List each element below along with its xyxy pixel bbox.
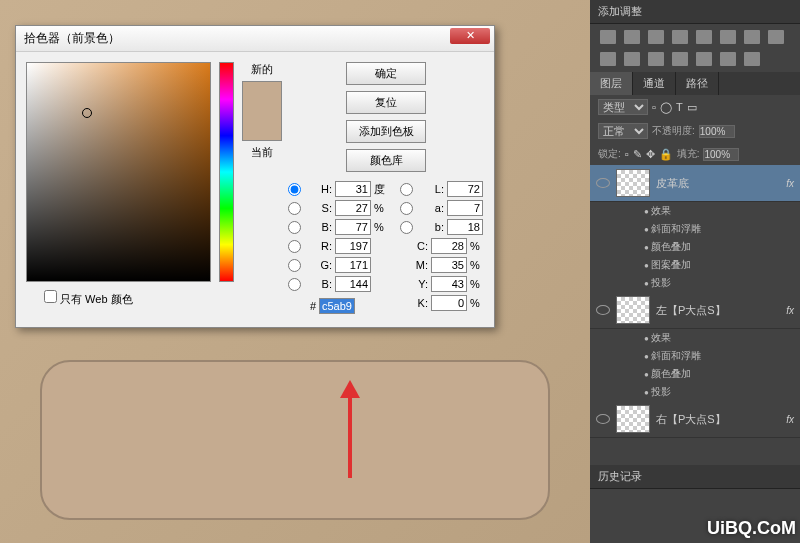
layer-thumbnail[interactable] bbox=[616, 296, 650, 324]
k-input[interactable] bbox=[431, 295, 467, 311]
color-library-button[interactable]: 颜色库 bbox=[346, 149, 426, 172]
hue-icon[interactable] bbox=[720, 30, 736, 44]
gradient-map-icon[interactable] bbox=[720, 52, 736, 66]
poster-icon[interactable] bbox=[672, 52, 688, 66]
current-label: 当前 bbox=[242, 145, 282, 160]
fx-badge[interactable]: fx bbox=[786, 414, 794, 425]
add-swatch-button[interactable]: 添加到色板 bbox=[346, 120, 426, 143]
hue-slider[interactable] bbox=[219, 62, 234, 282]
dialog-titlebar[interactable]: 拾色器（前景色） ✕ bbox=[16, 26, 494, 52]
visibility-icon[interactable] bbox=[596, 178, 610, 188]
ok-button[interactable]: 确定 bbox=[346, 62, 426, 85]
a-input[interactable] bbox=[447, 200, 483, 216]
bblue-input[interactable] bbox=[335, 276, 371, 292]
brightness-icon[interactable] bbox=[600, 30, 616, 44]
levels-icon[interactable] bbox=[624, 30, 640, 44]
color-field[interactable] bbox=[26, 62, 211, 282]
effect-item[interactable]: 斜面和浮雕 bbox=[590, 220, 800, 238]
right-panels: 添加调整 图层 通道 路径 类型 ▫ ◯ T ▭ 正常 不透明度: 锁定: ▫ bbox=[590, 0, 800, 543]
new-label: 新的 bbox=[242, 62, 282, 77]
bw-icon[interactable] bbox=[744, 30, 760, 44]
opacity-input[interactable] bbox=[699, 125, 735, 138]
lock-position-icon[interactable]: ✥ bbox=[646, 148, 655, 161]
effects-label[interactable]: 效果 bbox=[590, 202, 800, 220]
panel-tabs: 图层 通道 路径 bbox=[590, 72, 800, 95]
y-input[interactable] bbox=[431, 276, 467, 292]
close-button[interactable]: ✕ bbox=[450, 28, 490, 44]
tab-paths[interactable]: 路径 bbox=[676, 72, 719, 95]
reset-button[interactable]: 复位 bbox=[346, 91, 426, 114]
adjustments-header: 添加调整 bbox=[590, 0, 800, 24]
lookup-icon[interactable] bbox=[624, 52, 640, 66]
blend-mode-select[interactable]: 正常 bbox=[598, 123, 648, 139]
b-radio[interactable] bbox=[288, 221, 301, 234]
filter-icon[interactable]: T bbox=[676, 101, 683, 113]
lb-radio[interactable] bbox=[400, 221, 413, 234]
web-only-checkbox[interactable]: 只有 Web 颜色 bbox=[44, 290, 133, 307]
layer-thumbnail[interactable] bbox=[616, 169, 650, 197]
effect-item[interactable]: 颜色叠加 bbox=[590, 238, 800, 256]
dialog-title-text: 拾色器（前景色） bbox=[24, 31, 120, 45]
m-input[interactable] bbox=[431, 257, 467, 273]
lock-transparency-icon[interactable]: ▫ bbox=[625, 148, 629, 160]
lock-all-icon[interactable]: 🔒 bbox=[659, 148, 673, 161]
layer-name[interactable]: 皮革底 bbox=[656, 176, 780, 191]
effect-item[interactable]: 投影 bbox=[590, 383, 800, 401]
lb-input[interactable] bbox=[447, 219, 483, 235]
r-radio[interactable] bbox=[288, 240, 301, 253]
threshold-icon[interactable] bbox=[696, 52, 712, 66]
exposure-icon[interactable] bbox=[672, 30, 688, 44]
tab-channels[interactable]: 通道 bbox=[633, 72, 676, 95]
layer-thumbnail[interactable] bbox=[616, 405, 650, 433]
l-radio[interactable] bbox=[400, 183, 413, 196]
b-input[interactable] bbox=[335, 219, 371, 235]
effect-item[interactable]: 投影 bbox=[590, 274, 800, 292]
color-picker-dialog: 拾色器（前景色） ✕ 新的 当前 确定 复位 添加到色板 颜色库 H:度 S:%… bbox=[15, 25, 495, 328]
fx-badge[interactable]: fx bbox=[786, 178, 794, 189]
fx-badge[interactable]: fx bbox=[786, 305, 794, 316]
tab-layers[interactable]: 图层 bbox=[590, 72, 633, 95]
a-radio[interactable] bbox=[400, 202, 413, 215]
icon-rounded-shape bbox=[40, 360, 550, 520]
effect-item[interactable]: 斜面和浮雕 bbox=[590, 347, 800, 365]
layer-item[interactable]: 右【P大点S】 fx bbox=[590, 401, 800, 438]
bblue-radio[interactable] bbox=[288, 278, 301, 291]
c-input[interactable] bbox=[431, 238, 467, 254]
fill-input[interactable] bbox=[703, 148, 739, 161]
filter-icon[interactable]: ▭ bbox=[687, 101, 697, 114]
adjustments-icons bbox=[590, 24, 800, 72]
hex-input[interactable] bbox=[319, 298, 355, 314]
vibrance-icon[interactable] bbox=[696, 30, 712, 44]
filter-icon[interactable]: ▫ bbox=[652, 101, 656, 113]
curves-icon[interactable] bbox=[648, 30, 664, 44]
lock-label: 锁定: bbox=[598, 147, 621, 161]
layer-name[interactable]: 右【P大点S】 bbox=[656, 412, 780, 427]
s-radio[interactable] bbox=[288, 202, 301, 215]
effects-label[interactable]: 效果 bbox=[590, 329, 800, 347]
annotation-arrow bbox=[340, 380, 360, 480]
layer-item[interactable]: 左【P大点S】 fx bbox=[590, 292, 800, 329]
visibility-icon[interactable] bbox=[596, 305, 610, 315]
visibility-icon[interactable] bbox=[596, 414, 610, 424]
layer-name[interactable]: 左【P大点S】 bbox=[656, 303, 780, 318]
mixer-icon[interactable] bbox=[600, 52, 616, 66]
photo-filter-icon[interactable] bbox=[768, 30, 784, 44]
h-input[interactable] bbox=[335, 181, 371, 197]
history-header: 历史记录 bbox=[590, 465, 800, 489]
g-input[interactable] bbox=[335, 257, 371, 273]
l-input[interactable] bbox=[447, 181, 483, 197]
filter-icon[interactable]: ◯ bbox=[660, 101, 672, 114]
effect-item[interactable]: 图案叠加 bbox=[590, 256, 800, 274]
s-input[interactable] bbox=[335, 200, 371, 216]
layer-item[interactable]: 皮革底 fx bbox=[590, 165, 800, 202]
filter-type-select[interactable]: 类型 bbox=[598, 99, 648, 115]
lock-pixels-icon[interactable]: ✎ bbox=[633, 148, 642, 161]
layers-list: 皮革底 fx 效果 斜面和浮雕 颜色叠加 图案叠加 投影 左【P大点S】 fx … bbox=[590, 165, 800, 465]
g-radio[interactable] bbox=[288, 259, 301, 272]
h-radio[interactable] bbox=[288, 183, 301, 196]
invert-icon[interactable] bbox=[648, 52, 664, 66]
r-input[interactable] bbox=[335, 238, 371, 254]
effect-item[interactable]: 颜色叠加 bbox=[590, 365, 800, 383]
selective-icon[interactable] bbox=[744, 52, 760, 66]
watermark: UiBQ.CoM bbox=[707, 518, 796, 539]
